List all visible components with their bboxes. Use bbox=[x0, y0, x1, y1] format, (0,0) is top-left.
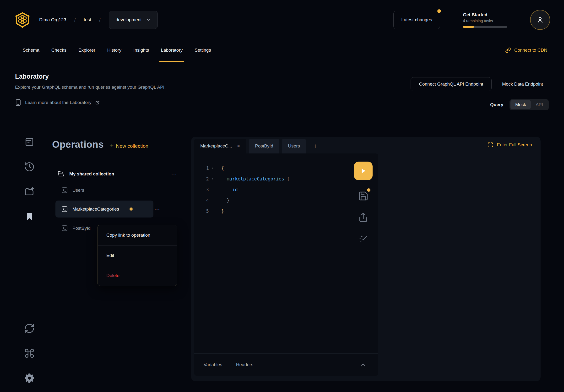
breadcrumb-org[interactable]: Dima Org123 bbox=[39, 17, 66, 22]
collection-menu-button[interactable]: ⋯ bbox=[171, 171, 177, 177]
learn-more-label: Learn more about the Laboratory bbox=[25, 100, 92, 105]
enter-fullscreen-label: Enter Full Screen bbox=[497, 142, 532, 147]
hive-logo-icon[interactable] bbox=[14, 11, 31, 28]
unsaved-changes-dot bbox=[367, 188, 371, 192]
target-selector-value: development bbox=[116, 17, 142, 22]
settings-gear-icon[interactable] bbox=[23, 372, 36, 384]
query-editor[interactable]: 1 ▾ { 2 ▾ marketplaceCategories { 3 id 4 bbox=[194, 154, 378, 376]
code-line: 5 } bbox=[194, 206, 378, 216]
query-mode-toggle: Mock API bbox=[509, 99, 549, 110]
code-token: marketplaceCategories bbox=[227, 176, 284, 182]
book-icon bbox=[15, 99, 21, 106]
prettify-button[interactable] bbox=[358, 233, 369, 245]
breadcrumb-project[interactable]: test bbox=[84, 17, 91, 22]
menu-item-copy-link[interactable]: Copy link to operation bbox=[98, 225, 177, 245]
tab-schema[interactable]: Schema bbox=[17, 38, 45, 62]
toggle-option-api[interactable]: API bbox=[531, 100, 548, 109]
get-started-widget[interactable]: Get Started 4 remaining tasks bbox=[463, 12, 507, 28]
operation-name: PostById bbox=[72, 226, 91, 231]
latest-changes-button[interactable]: Latest changes bbox=[393, 11, 440, 29]
operation-icon bbox=[61, 225, 68, 232]
line-number: 3 bbox=[194, 187, 209, 192]
menu-item-edit[interactable]: Edit bbox=[98, 245, 177, 266]
menu-item-delete[interactable]: Delete bbox=[98, 266, 177, 286]
close-tab-icon[interactable]: ✕ bbox=[237, 144, 240, 149]
tab-history[interactable]: History bbox=[101, 38, 127, 62]
target-selector[interactable]: development bbox=[109, 11, 158, 29]
top-bar: Dima Org123 / test / development Latest … bbox=[0, 2, 564, 38]
notification-dot bbox=[437, 9, 441, 13]
editor-tab-label: PostById bbox=[255, 143, 273, 149]
breadcrumb-separator: / bbox=[99, 17, 101, 23]
line-number: 1 bbox=[194, 165, 209, 171]
operation-menu-button[interactable]: ⋯ bbox=[154, 200, 160, 218]
tab-explorer[interactable]: Explorer bbox=[72, 38, 101, 62]
collection-name: My shared collection bbox=[69, 171, 166, 177]
new-collection-button[interactable]: + New collection bbox=[110, 142, 148, 149]
plus-icon: + bbox=[110, 142, 113, 149]
connect-to-cdn-link[interactable]: Connect to CDN bbox=[505, 38, 547, 62]
user-avatar[interactable] bbox=[530, 10, 550, 30]
tab-settings[interactable]: Settings bbox=[189, 38, 217, 62]
operation-item-users[interactable]: Users bbox=[61, 185, 191, 196]
breadcrumb: Dima Org123 / test / development bbox=[14, 11, 158, 29]
tab-laboratory[interactable]: Laboratory bbox=[155, 38, 189, 62]
collections-icon[interactable] bbox=[23, 136, 36, 148]
link-icon bbox=[505, 47, 511, 53]
code-line: 2 ▾ marketplaceCategories { bbox=[194, 173, 378, 184]
code-token: } bbox=[221, 198, 229, 203]
mock-data-endpoint-button[interactable]: Mock Data Endpoint bbox=[502, 82, 543, 87]
fold-arrow-icon[interactable]: ▾ bbox=[209, 177, 216, 181]
variables-tab[interactable]: Variables bbox=[204, 362, 222, 367]
collection-row[interactable]: My shared collection ⋯ bbox=[57, 168, 187, 180]
fullscreen-icon bbox=[488, 142, 493, 148]
operation-item-marketplacecategories-row: MarketplaceCategories ⋯ bbox=[44, 200, 191, 218]
code-token: } bbox=[221, 209, 224, 214]
new-collection-folder-icon[interactable] bbox=[23, 185, 36, 198]
history-icon[interactable] bbox=[23, 161, 36, 173]
tool-rail bbox=[0, 127, 44, 392]
code-token: id bbox=[232, 187, 238, 192]
get-started-progress-fill bbox=[463, 26, 474, 28]
learn-more-link[interactable]: Learn more about the Laboratory bbox=[15, 99, 564, 106]
folder-open-icon bbox=[57, 170, 65, 178]
refresh-icon[interactable] bbox=[23, 322, 36, 335]
code-area[interactable]: 1 ▾ { 2 ▾ marketplaceCategories { 3 id 4 bbox=[194, 154, 378, 353]
code-line: 4 } bbox=[194, 195, 378, 206]
bookmark-icon[interactable] bbox=[23, 210, 36, 223]
response-pane bbox=[378, 154, 541, 376]
main-nav: Schema Checks Explorer History Insights … bbox=[0, 38, 564, 62]
editor-tab-users[interactable]: Users bbox=[282, 139, 306, 154]
operation-icon bbox=[61, 187, 68, 194]
tab-insights[interactable]: Insights bbox=[127, 38, 155, 62]
line-number: 5 bbox=[194, 209, 209, 214]
fold-arrow-icon[interactable]: ▾ bbox=[209, 166, 216, 170]
editor-bottom-bar: Variables Headers bbox=[194, 353, 378, 376]
operation-item-marketplacecategories[interactable]: MarketplaceCategories bbox=[55, 200, 153, 218]
code-token bbox=[221, 176, 227, 182]
editor-tab-label: Users bbox=[288, 143, 300, 149]
get-started-subtitle: 4 remaining tasks bbox=[463, 19, 507, 23]
editor-toolbar bbox=[354, 162, 372, 245]
run-query-button[interactable] bbox=[354, 162, 372, 180]
code-token bbox=[221, 187, 232, 192]
command-shortcuts-icon[interactable] bbox=[23, 347, 36, 360]
toggle-option-mock[interactable]: Mock bbox=[510, 100, 531, 109]
laboratory-header: Laboratory Explore your GraphQL schema a… bbox=[0, 62, 564, 127]
collapse-chevron-icon[interactable] bbox=[360, 362, 366, 368]
save-operation-button[interactable] bbox=[358, 190, 369, 202]
editor-tab-marketplacecategories[interactable]: MarketplaceC... ✕ bbox=[194, 139, 246, 154]
operation-name: MarketplaceCategories bbox=[72, 207, 119, 212]
editor-tab-postbyid[interactable]: PostById bbox=[249, 139, 279, 154]
share-operation-button[interactable] bbox=[358, 212, 369, 223]
latest-changes-label: Latest changes bbox=[401, 17, 432, 22]
new-collection-label: New collection bbox=[116, 143, 148, 149]
enter-fullscreen-button[interactable]: Enter Full Screen bbox=[488, 142, 532, 148]
connect-graphql-endpoint-button[interactable]: Connect GraphQL API Endpoint bbox=[411, 77, 492, 91]
headers-tab[interactable]: Headers bbox=[236, 362, 253, 367]
add-tab-button[interactable]: + bbox=[309, 139, 322, 154]
code-token: { bbox=[221, 165, 224, 171]
code-line: 1 ▾ { bbox=[194, 163, 378, 173]
operations-heading: Operations bbox=[52, 139, 104, 150]
tab-checks[interactable]: Checks bbox=[45, 38, 72, 62]
